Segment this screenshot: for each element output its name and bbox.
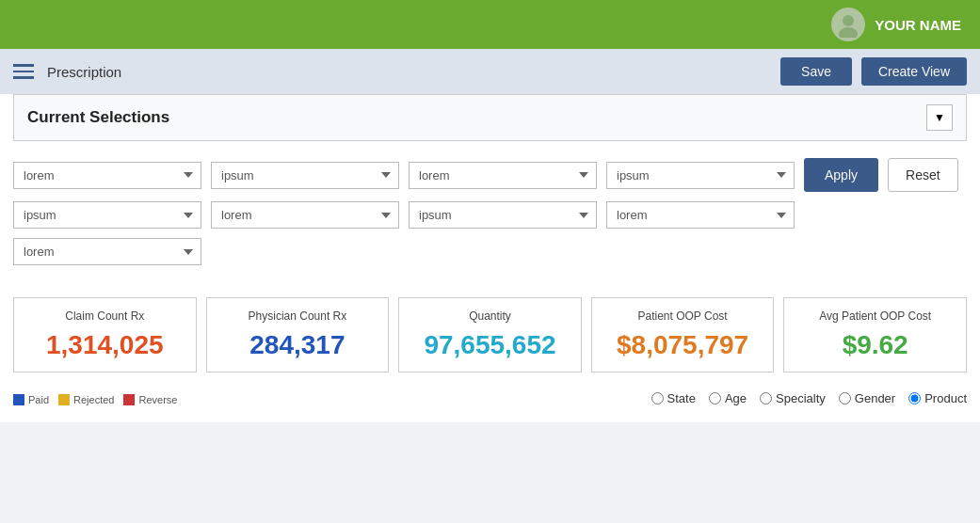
nav-title: Prescription (47, 64, 121, 80)
legend-label-rejected: Rejected (73, 394, 114, 405)
radio-label-product: Product (924, 391, 967, 405)
legend-label-paid: Paid (28, 394, 49, 405)
nav-bar: Prescription Save Create View (0, 49, 980, 94)
hamburger-menu[interactable] (13, 64, 34, 79)
kpi-value-0: 1,314,025 (46, 330, 164, 360)
kpi-section: Claim Count Rx 1,314,025 Physician Count… (13, 297, 967, 372)
radio-label-age: Age (725, 391, 747, 405)
legend-area: Paid Rejected Reverse (13, 394, 177, 405)
user-info: YOUR NAME (831, 8, 961, 41)
radio-input-specialty[interactable] (760, 392, 772, 404)
filter-select-r1c3[interactable]: lorem (409, 162, 597, 189)
top-header: YOUR NAME (0, 0, 980, 49)
kpi-label-0: Claim Count Rx (65, 309, 144, 323)
radio-input-gender[interactable] (839, 392, 851, 404)
legend-item-paid: Paid (13, 394, 49, 405)
apply-button[interactable]: Apply (804, 158, 878, 192)
radio-specialty[interactable]: Specialty (760, 391, 826, 405)
svg-point-1 (839, 27, 858, 38)
radio-product[interactable]: Product (908, 391, 967, 405)
filter-select-r2c4[interactable]: lorem (606, 201, 795, 229)
kpi-card-quantity: Quantity 97,655,652 (398, 297, 582, 372)
svg-point-0 (843, 15, 854, 26)
current-selections-toggle[interactable]: ▼ (926, 104, 953, 131)
current-selections-bar: Current Selections ▼ (13, 94, 967, 141)
radio-input-state[interactable] (651, 392, 664, 404)
nav-left: Prescription (13, 64, 121, 80)
nav-right: Save Create View (780, 57, 967, 86)
filter-select-r1c1[interactable]: lorem (13, 162, 201, 189)
kpi-card-physician-count: Physician Count Rx 284,317 (206, 297, 390, 372)
legend-color-rejected (58, 394, 70, 405)
filter-row-2: ipsum lorem ipsum lorem (13, 201, 967, 229)
legend-label-reverse: Reverse (138, 394, 177, 405)
radio-age[interactable]: Age (709, 391, 747, 405)
radio-state[interactable]: State (651, 391, 696, 405)
kpi-value-4: $9.62 (843, 330, 908, 360)
legend-item-rejected: Rejected (58, 394, 114, 405)
kpi-label-4: Avg Patient OOP Cost (819, 309, 931, 323)
kpi-card-patient-oop: Patient OOP Cost $8,075,797 (591, 297, 775, 372)
filter-row-3: lorem (13, 238, 967, 265)
current-selections-title: Current Selections (27, 108, 169, 127)
filter-section: lorem ipsum lorem ipsum Apply Reset ipsu… (13, 152, 967, 280)
avatar (831, 8, 865, 41)
kpi-label-3: Patient OOP Cost (638, 309, 728, 323)
filter-select-r1c4[interactable]: ipsum (606, 162, 795, 189)
main-content: Current Selections ▼ lorem ipsum lorem i… (0, 94, 980, 422)
kpi-label-2: Quantity (469, 309, 511, 323)
radio-group: State Age Specialty Gender Product (651, 391, 967, 405)
kpi-label-1: Physician Count Rx (249, 309, 347, 323)
kpi-card-avg-patient-oop: Avg Patient OOP Cost $9.62 (783, 297, 967, 372)
filter-select-r2c2[interactable]: lorem (211, 201, 399, 229)
reset-button[interactable]: Reset (888, 158, 958, 192)
radio-gender[interactable]: Gender (839, 391, 895, 405)
kpi-value-1: 284,317 (249, 330, 345, 360)
filter-select-r2c1[interactable]: ipsum (13, 201, 201, 229)
kpi-value-3: $8,075,797 (617, 330, 748, 360)
save-button[interactable]: Save (780, 57, 852, 86)
filter-row-1: lorem ipsum lorem ipsum Apply Reset (13, 158, 967, 192)
filter-select-r1c2[interactable]: ipsum (211, 162, 399, 189)
legend-item-reverse: Reverse (123, 394, 177, 405)
filter-select-r2c3[interactable]: ipsum (409, 201, 597, 229)
radio-input-age[interactable] (709, 392, 721, 404)
create-view-button[interactable]: Create View (861, 57, 967, 86)
legend-color-reverse (123, 394, 135, 405)
kpi-card-claim-count: Claim Count Rx 1,314,025 (13, 297, 197, 372)
filter-select-r3c1[interactable]: lorem (13, 238, 201, 265)
user-name: YOUR NAME (875, 17, 961, 33)
legend-color-paid (13, 394, 24, 405)
radio-input-product[interactable] (908, 392, 921, 404)
radio-label-specialty: Specialty (776, 391, 826, 405)
kpi-value-2: 97,655,652 (424, 330, 555, 360)
radio-label-gender: Gender (855, 391, 895, 405)
radio-label-state: State (667, 391, 696, 405)
bottom-section: Paid Rejected Reverse State Age Sp (13, 388, 967, 409)
